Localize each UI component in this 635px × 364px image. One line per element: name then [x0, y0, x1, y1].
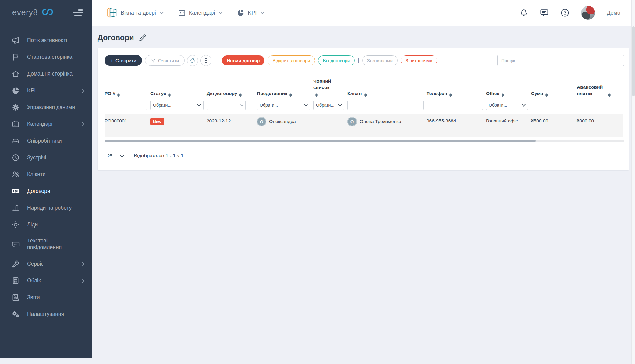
filter-client-input[interactable] — [347, 101, 424, 110]
sidebar-item-kpi[interactable]: KPI — [0, 82, 92, 99]
sidebar-item-label: Співробітники — [27, 138, 62, 144]
cell-blacklist — [313, 114, 347, 137]
main-content: Договори + Створити Очистити — [92, 26, 631, 364]
notifications-bell-icon[interactable] — [520, 8, 528, 17]
col-amount[interactable]: Сума — [531, 72, 577, 101]
sidebar-item-calendars[interactable]: Календарі — [0, 116, 92, 133]
filter-open-contracts[interactable]: Відкриті договори — [268, 55, 315, 65]
sidebar-item-label: Домашня сторінка — [27, 71, 73, 77]
calendar-icon — [178, 9, 186, 17]
sidebar-item-text-messages[interactable]: Текстові повідомлення — [0, 233, 92, 256]
scrollbar-thumb[interactable] — [105, 140, 536, 142]
col-contract-date[interactable]: Дія договору — [207, 72, 257, 101]
col-client[interactable]: Клієнт — [347, 72, 427, 101]
sidebar-item-service[interactable]: Сервіс — [0, 256, 92, 272]
contracts-table-wrap: PO # Статус Дія договору Представник Чор… — [105, 72, 624, 142]
col-status[interactable]: Статус — [150, 72, 207, 101]
filter-date-dropdown-button[interactable] — [239, 101, 246, 110]
col-office[interactable]: Office — [486, 72, 531, 101]
sidebar-item-clients[interactable]: Клієнти — [0, 166, 92, 183]
plus-icon: + — [110, 58, 113, 63]
refresh-button[interactable] — [187, 55, 198, 66]
user-avatar[interactable] — [581, 6, 595, 20]
pagination-info: Відображено 1 - 1 з 1 — [134, 153, 183, 159]
sidebar-item-employees[interactable]: Співробітники — [0, 133, 92, 149]
filter-blacklist-select[interactable]: Обрати... — [313, 101, 344, 110]
topbar: Вікна та двері Календарі KPI Демо — [92, 0, 631, 26]
page-size-select[interactable]: 25 — [105, 151, 126, 161]
status-badge: New — [150, 118, 164, 125]
table-row[interactable]: PO000001 New 2023-12-12 ООлександра ООле… — [105, 114, 623, 137]
sidebar-item-meetings[interactable]: Зустрічі — [0, 149, 92, 166]
filter-new-contract[interactable]: Новий договір — [222, 55, 264, 65]
sidebar-item-accounting[interactable]: Облік — [0, 272, 92, 289]
sort-icon — [449, 93, 452, 97]
chat-dots-icon — [12, 240, 20, 249]
sidebar-item-settings[interactable]: Налаштування — [0, 306, 92, 323]
topbar-menu-windows-doors[interactable]: Вікна та двері — [106, 7, 164, 19]
calendar-icon — [12, 120, 20, 128]
cell-amount: ₴500.00 — [531, 114, 577, 137]
filter-status-select[interactable]: Обрати... — [150, 101, 204, 110]
topbar-menu-calendars[interactable]: Календарі — [178, 9, 223, 17]
help-icon[interactable] — [560, 8, 569, 17]
people-icon — [12, 170, 20, 178]
filter-phone-input[interactable] — [427, 101, 483, 110]
gears-icon — [12, 310, 20, 318]
table-filter-row: Обрати... Обрати... Обрати... Обрати... — [105, 101, 623, 114]
messages-icon[interactable] — [540, 9, 549, 17]
topbar-menu-label: Вікна та двері — [121, 10, 156, 16]
sidebar-item-activity-stream[interactable]: Потік активності — [0, 32, 92, 49]
clear-filters-button[interactable]: Очистити — [145, 55, 185, 66]
more-options-button[interactable] — [200, 55, 211, 66]
sidebar-item-label: KPI — [27, 87, 36, 94]
filter-date-input[interactable] — [207, 101, 239, 110]
cell-status: New — [150, 114, 207, 137]
sidebar-item-data-management[interactable]: Управління даними — [0, 99, 92, 116]
sidebar-item-contracts[interactable]: Договори — [0, 183, 92, 200]
pagination: 25 Відображено 1 - 1 з 1 — [105, 151, 624, 161]
sidebar-item-work-orders[interactable]: Наряди на роботу — [0, 200, 92, 216]
sidebar-item-leads[interactable]: Ліди — [0, 216, 92, 233]
search-input[interactable] — [497, 55, 624, 66]
wrench-icon — [12, 260, 20, 268]
topbar-menu-kpi[interactable]: KPI — [237, 9, 264, 17]
sort-icon — [545, 93, 548, 97]
sidebar-item-start-page[interactable]: Стартова сторінка — [0, 49, 92, 65]
col-po[interactable]: PO # — [105, 72, 150, 101]
filter-with-discounts[interactable]: Зі знижками — [362, 55, 398, 65]
topbar-menu-label: KPI — [248, 10, 257, 16]
sort-icon — [289, 93, 292, 97]
sidebar-item-reports[interactable]: Звіти — [0, 289, 92, 306]
cell-client: ООлена Трохименко — [347, 114, 427, 137]
vertical-scrollbar-thumb[interactable] — [632, 26, 635, 96]
vertical-scrollbar[interactable] — [631, 0, 635, 364]
sort-icon — [239, 93, 242, 97]
kebab-icon — [205, 58, 207, 63]
filters-divider: | — [358, 57, 359, 64]
col-advance-payment[interactable]: Авансовий платіж — [577, 72, 623, 101]
representative-avatar: О — [257, 117, 266, 126]
filter-po-input[interactable] — [105, 101, 147, 110]
filter-representative-select[interactable]: Обрати... — [257, 101, 310, 110]
sidebar-item-home-page[interactable]: Домашня сторінка — [0, 65, 92, 82]
cell-phone: 066-955-3684 — [427, 114, 486, 137]
sidebar-item-label: Наряди на роботу — [27, 205, 72, 211]
table-header-row: PO # Статус Дія договору Представник Чор… — [105, 72, 623, 101]
filter-office-select[interactable]: Обрати... — [486, 101, 528, 110]
col-phone[interactable]: Телефон — [427, 72, 486, 101]
sidebar-nav: Потік активності Стартова сторінка Домаш… — [0, 32, 92, 323]
user-name: Демо — [607, 10, 620, 16]
col-representative[interactable]: Представник — [257, 72, 313, 101]
create-button[interactable]: + Створити — [105, 55, 142, 66]
horizontal-scrollbar[interactable] — [105, 140, 624, 142]
client-avatar: О — [347, 117, 357, 126]
clock-icon — [12, 154, 20, 162]
edit-pencil-icon[interactable] — [138, 34, 147, 42]
brand-logo: every8 — [12, 8, 38, 17]
filter-with-questions[interactable]: З питаннями — [401, 55, 437, 65]
pie-chart-icon — [237, 9, 245, 17]
filter-all-contracts[interactable]: Всі договори — [318, 55, 355, 65]
sidebar-collapse-button[interactable] — [73, 9, 83, 16]
col-blacklist[interactable]: Чорний список — [313, 72, 347, 101]
